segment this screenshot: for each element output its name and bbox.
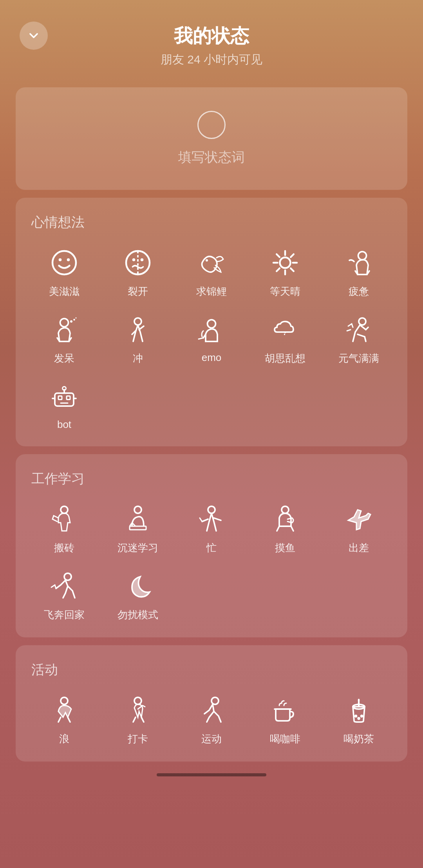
mood-husylx[interactable]: 胡思乱想	[252, 314, 318, 365]
mood-meizizi[interactable]: 美滋滋	[31, 247, 97, 298]
svg-point-0	[52, 251, 76, 274]
activity-yundong[interactable]: 运动	[179, 695, 244, 746]
moon-icon	[122, 570, 154, 602]
svg-point-35	[134, 506, 141, 513]
activity-yundong-label: 运动	[201, 732, 222, 746]
mood-emo[interactable]: emo	[179, 314, 244, 365]
svg-point-25	[359, 318, 366, 325]
svg-point-5	[141, 258, 144, 262]
svg-point-3	[126, 251, 150, 274]
page-subtitle: 朋友 24 小时内可见	[0, 52, 423, 68]
carry-icon	[49, 503, 80, 535]
mood-meizizi-label: 美滋滋	[49, 285, 80, 298]
split-face-icon	[122, 247, 154, 278]
svg-point-31	[63, 387, 66, 390]
back-button[interactable]	[20, 22, 48, 50]
mood-qujinli-label: 求锦鲤	[196, 285, 227, 298]
svg-point-55	[360, 715, 363, 718]
svg-line-14	[291, 254, 294, 257]
mood-dengtianqing[interactable]: 等天晴	[252, 247, 318, 298]
work-mang-label: 忙	[206, 541, 217, 555]
svg-point-43	[61, 697, 68, 704]
svg-line-40	[277, 526, 279, 531]
mood-section-title: 心情想法	[31, 213, 392, 231]
svg-line-13	[291, 268, 294, 271]
activity-icons-grid: 浪 打卡	[31, 695, 392, 746]
run-home-icon	[49, 570, 80, 602]
work-banzhuai-label: 搬砖	[54, 541, 74, 555]
smiley-icon	[49, 247, 80, 278]
status-circle-icon	[197, 111, 226, 139]
svg-rect-28	[67, 396, 70, 400]
mood-liekai[interactable]: 裂开	[105, 247, 171, 298]
mood-piyi[interactable]: 疲惫	[326, 247, 392, 298]
svg-line-48	[141, 717, 144, 722]
work-moyu-label: 摸鱼	[275, 541, 295, 555]
work-study-label: 沉迷学习	[118, 541, 158, 555]
svg-point-22	[208, 320, 216, 328]
work-study[interactable]: 沉迷学习	[105, 503, 171, 555]
svg-point-53	[354, 715, 358, 718]
mood-bot-label: bot	[57, 419, 71, 431]
work-banzhuai[interactable]: 搬砖	[31, 503, 97, 555]
activity-daka[interactable]: 打卡	[105, 695, 171, 746]
svg-point-21	[134, 318, 141, 325]
checkin-icon	[122, 695, 154, 726]
work-feibenhj-label: 飞奔回家	[44, 608, 85, 622]
activity-lang[interactable]: 浪	[31, 695, 97, 746]
svg-point-46	[134, 697, 141, 704]
study-icon	[122, 503, 154, 535]
status-input-area[interactable]: 填写状态词	[16, 87, 407, 190]
work-mang[interactable]: 忙	[179, 503, 244, 555]
page-title: 我的状态	[0, 23, 423, 49]
svg-line-44	[58, 717, 61, 722]
bubble-tea-icon	[343, 695, 374, 726]
svg-line-38	[200, 518, 202, 522]
energetic-icon	[343, 314, 374, 345]
svg-point-17	[60, 319, 69, 327]
mood-chong[interactable]: 冲	[105, 314, 171, 365]
svg-point-6	[206, 259, 208, 262]
coffee-icon	[269, 695, 301, 726]
status-placeholder: 填写状态词	[178, 148, 245, 166]
svg-point-49	[212, 697, 219, 704]
svg-line-12	[277, 254, 280, 257]
mood-yuanqimanman[interactable]: 元气满满	[326, 314, 392, 365]
activity-henaicha-label: 喝奶茶	[343, 732, 374, 746]
mood-fazhu[interactable]: 发呆	[31, 314, 97, 365]
busy-icon	[196, 503, 227, 535]
work-chuchai[interactable]: 出差	[326, 503, 392, 555]
svg-point-2	[67, 258, 70, 262]
robot-icon	[49, 381, 80, 412]
activity-henaicha[interactable]: 喝奶茶	[326, 695, 392, 746]
activity-section: 活动 浪	[16, 645, 407, 762]
activity-daka-label: 打卡	[128, 732, 148, 746]
run-icon	[196, 695, 227, 726]
svg-point-37	[208, 506, 215, 513]
svg-point-19	[73, 319, 75, 321]
svg-point-1	[59, 258, 62, 262]
rush-icon	[122, 314, 154, 345]
mood-chong-label: 冲	[133, 352, 143, 365]
mood-husylx-label: 胡思乱想	[265, 352, 306, 365]
svg-point-16	[358, 252, 367, 260]
activity-hekafei[interactable]: 喝咖啡	[252, 695, 318, 746]
svg-line-41	[291, 526, 293, 531]
slack-icon	[269, 503, 301, 535]
svg-rect-27	[58, 396, 62, 400]
svg-point-54	[357, 717, 360, 720]
cloud-think-icon	[269, 314, 301, 345]
svg-line-15	[277, 268, 280, 271]
work-feibenhj[interactable]: 飞奔回家	[31, 570, 97, 622]
mood-dengtianqing-label: 等天晴	[270, 285, 300, 298]
work-moyu[interactable]: 摸鱼	[252, 503, 318, 555]
emo-icon	[196, 314, 227, 345]
mood-qujinli[interactable]: 求锦鲤	[179, 247, 244, 298]
work-section-title: 工作学习	[31, 470, 392, 488]
activity-section-title: 活动	[31, 661, 392, 679]
page-header: 我的状态 朋友 24 小时内可见	[0, 0, 423, 79]
work-wuraomode[interactable]: 勿扰模式	[105, 570, 171, 622]
mood-bot[interactable]: bot	[31, 381, 97, 431]
work-section: 工作学习 搬砖 沉迷学习	[16, 454, 407, 637]
svg-point-34	[61, 506, 68, 513]
